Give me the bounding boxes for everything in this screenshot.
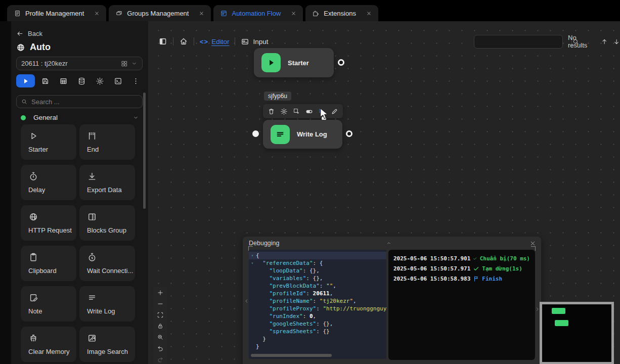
tab-editor[interactable]: <> Editor: [200, 38, 229, 46]
starter-output-port[interactable]: [338, 59, 344, 66]
sidebar-toolbar-button[interactable]: [110, 74, 125, 87]
next-result-icon[interactable]: [613, 38, 620, 46]
node-library-card[interactable]: Clear Memory: [21, 327, 76, 362]
toolbar-button-icon: [77, 77, 86, 85]
zoom-toolbar-button[interactable]: [153, 343, 167, 353]
editor-label: Editor: [211, 38, 229, 46]
node-library-card[interactable]: Write Log: [79, 286, 135, 322]
browser-tab[interactable]: Automation Flow: [213, 5, 303, 21]
flow-node-starter[interactable]: Starter: [254, 48, 334, 77]
input-window-icon: [241, 37, 249, 46]
tab-close-icon[interactable]: [366, 11, 372, 16]
browser-tab[interactable]: Extensions: [305, 5, 378, 21]
section-general[interactable]: General: [21, 114, 139, 121]
zoom-toolbar-button[interactable]: [153, 298, 167, 309]
log-message: Tạm dừng(1s): [482, 265, 522, 272]
browser-tab[interactable]: Groups Management: [109, 5, 211, 21]
minimap-node: [552, 308, 565, 314]
node-library-card[interactable]: Clipboard: [21, 246, 76, 281]
app-window: Profile Management Groups Management Aut…: [0, 0, 620, 364]
log-status-icon: [473, 255, 477, 262]
tab-close-icon[interactable]: [199, 11, 204, 16]
node-card-icon: [87, 252, 97, 262]
tab-input[interactable]: Input: [241, 37, 268, 46]
log-timestamp: 2025-05-06 15:50:57.971: [393, 265, 470, 272]
node-toolbar-icon[interactable]: [280, 108, 288, 115]
profile-select[interactable]: 20611 : tj20kezr: [16, 57, 143, 70]
node-library-card[interactable]: Wait Connecti...: [79, 246, 135, 281]
node-card-label: HTTP Request: [28, 226, 72, 234]
sidebar-toolbar-button[interactable]: [74, 74, 89, 87]
browser-tab[interactable]: Profile Management: [7, 5, 106, 21]
flow-canvas[interactable]: <> Editor Input No results: [148, 21, 620, 364]
node-card-icon: [87, 293, 97, 303]
zoom-toolbar-button[interactable]: [153, 321, 167, 331]
node-card-icon: [87, 131, 97, 141]
flow-minimap[interactable]: [540, 302, 614, 364]
node-library-card[interactable]: Image Search: [79, 327, 135, 362]
node-library-card[interactable]: Delay: [21, 165, 76, 200]
node-toolbar-icon[interactable]: [331, 108, 338, 115]
log-message: Chuẩn bị(70 ms): [480, 255, 530, 262]
sidebar-toolbar-button[interactable]: [16, 74, 35, 87]
section-status-dot: [21, 115, 26, 120]
home-icon[interactable]: [179, 37, 188, 46]
tab-close-icon[interactable]: [291, 11, 296, 16]
log-line: 2025-05-06 15:50:57.901 Chuẩn bị(70 ms): [393, 253, 530, 263]
zoom-toolbar-button[interactable]: [153, 332, 167, 342]
node-library-card[interactable]: Export Data: [79, 165, 135, 200]
collapse-up-icon[interactable]: [386, 240, 392, 246]
node-toolbar-icon[interactable]: [305, 108, 313, 115]
node-toolbar-icon[interactable]: [293, 108, 300, 115]
zoom-toolbar-button[interactable]: [153, 309, 167, 320]
sidebar-toolbar-button[interactable]: [38, 74, 53, 87]
zoom-toolbar-button[interactable]: [153, 287, 167, 298]
starter-node-label: Starter: [288, 59, 309, 67]
sidebar-scrollbar[interactable]: [143, 93, 146, 209]
chevron-down-icon: [132, 114, 139, 121]
log-status-icon: [473, 276, 479, 282]
node-library-card[interactable]: HTTP Request: [21, 205, 76, 241]
sidebar-search: [16, 95, 143, 108]
debug-json-code[interactable]: ▾{▾ "referenceData": { "loopData": {}, "…: [249, 250, 386, 359]
sidebar-toolbar-button[interactable]: [92, 74, 107, 87]
zoom-button-icon: [157, 300, 164, 307]
tab-icon: [14, 10, 21, 17]
tab-close-icon[interactable]: [94, 11, 100, 16]
node-library-card[interactable]: Starter: [21, 124, 76, 160]
sidebar-toolbar-button[interactable]: [128, 74, 144, 87]
sidebar-toolbar-button[interactable]: [56, 74, 71, 87]
collapse-right-icon[interactable]: [535, 306, 540, 312]
node-card-icon: [87, 212, 97, 222]
sidebar-search-input[interactable]: [31, 98, 138, 106]
search-results-label: No results: [568, 34, 596, 49]
section-label: General: [33, 114, 58, 121]
node-card-icon: [28, 252, 38, 262]
zoom-button-icon: [157, 334, 164, 341]
flow-node-write-log[interactable]: Write Log: [263, 120, 342, 149]
node-card-label: Blocks Group: [87, 226, 126, 234]
previous-result-icon[interactable]: [601, 38, 608, 46]
node-card-label: Delay: [28, 186, 45, 194]
zoom-button-icon: [157, 289, 164, 296]
node-library-card[interactable]: Note: [21, 286, 76, 322]
canvas-search-box: [474, 35, 563, 49]
back-button[interactable]: Back: [16, 30, 42, 37]
toggle-panel-icon[interactable]: [158, 37, 167, 46]
back-label: Back: [28, 30, 42, 37]
write-log-input-port[interactable]: [252, 130, 259, 137]
node-library-card[interactable]: End: [79, 124, 135, 160]
log-line: 2025-05-06 15:50:57.971 Tạm dừng(1s): [393, 263, 530, 274]
canvas-search-input[interactable]: [474, 35, 571, 48]
node-toolbar-icon[interactable]: [268, 108, 275, 115]
zoom-toolbar-button[interactable]: [153, 354, 167, 364]
log-line: 2025-05-06 15:50:58.983 Finish: [393, 274, 530, 284]
node-library-card[interactable]: Blocks Group: [79, 205, 135, 241]
editor-horizontal-scrollbar[interactable]: [251, 354, 332, 357]
node-card-label: Clipboard: [28, 267, 57, 275]
debugging-header[interactable]: Debugging: [243, 237, 541, 250]
tab-label: Automation Flow: [232, 10, 281, 17]
write-log-output-port[interactable]: [346, 130, 352, 137]
write-log-node-icon: [271, 125, 290, 144]
sidebar: Back Auto 20611 : tj20kezr: [11, 21, 148, 364]
